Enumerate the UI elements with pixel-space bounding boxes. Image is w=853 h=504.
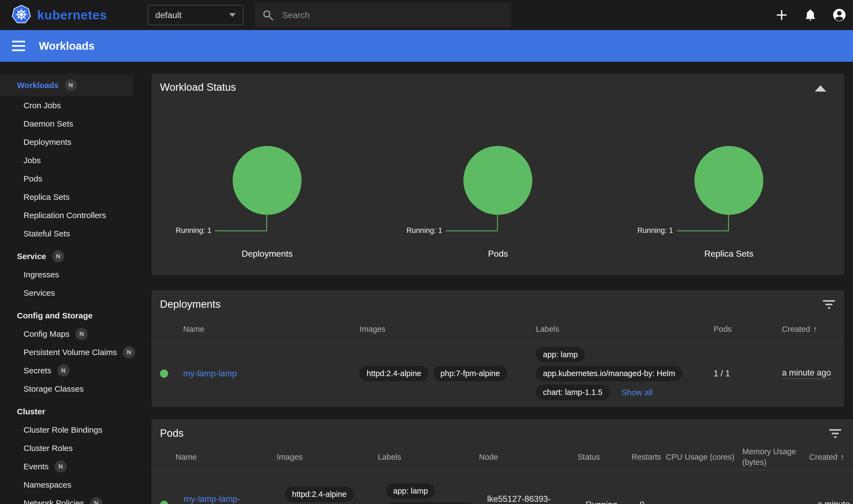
- user-avatar-icon[interactable]: [832, 8, 847, 22]
- label-chip: chart: lamp-1.1.5: [536, 384, 610, 400]
- notifications-bell-icon[interactable]: [804, 8, 817, 22]
- sidebar-item-replication-controllers[interactable]: Replication Controllers: [0, 206, 142, 224]
- sidebar-item-jobs[interactable]: Jobs: [0, 151, 142, 169]
- labels-cell: app: lamp pod-template-hash: 5fd985cf68: [386, 470, 487, 504]
- sidebar-item-cluster[interactable]: Cluster: [0, 402, 142, 421]
- sidebar-item-daemon-sets[interactable]: Daemon Sets: [0, 114, 142, 133]
- sort-up-arrow-icon: ↑: [813, 324, 817, 334]
- kubernetes-wheel-icon: [11, 4, 32, 26]
- sidebar-item-pods[interactable]: Pods: [0, 169, 142, 188]
- label-chip: app: lamp: [386, 483, 435, 499]
- created-cell: a minute ago: [817, 470, 853, 504]
- namespace-value: default: [155, 10, 181, 20]
- name-cell: my-lamp-lamp: [183, 342, 359, 404]
- pie-leader-line: Running: 1: [677, 215, 729, 231]
- sidebar-item-cron-jobs[interactable]: Cron Jobs: [0, 96, 142, 114]
- deployment-row: my-lamp-lamp httpd:2.4-alpine php:7-fpm-…: [152, 342, 844, 404]
- label-chip: app.kubernetes.io/managed-by: Helm: [536, 366, 682, 381]
- status-ok-icon: [160, 370, 168, 378]
- sidebar-item-storage-classes[interactable]: Storage Classes: [0, 380, 142, 398]
- sidebar-item-services[interactable]: Services: [0, 284, 142, 302]
- collapse-arrow-icon[interactable]: [815, 85, 826, 92]
- column-images: Images: [277, 446, 378, 468]
- namespaced-badge: N: [57, 365, 69, 377]
- namespaced-badge: N: [123, 346, 135, 358]
- sort-up-arrow-icon: ↑: [840, 452, 844, 462]
- sidebar-item-config-and-storage[interactable]: Config and Storage: [0, 306, 142, 325]
- images-cell: httpd:2.4-alpine php:7-fpm-alpine: [359, 342, 536, 404]
- deployments-table-header: Name Images Labels Pods Created ↑: [152, 316, 844, 342]
- status-cell: [160, 342, 183, 404]
- workload-status-charts: Running: 1 Deployments Running: 1 Pods R…: [152, 146, 844, 259]
- created-value: a minute ago: [782, 368, 831, 379]
- sidebar-item-secrets[interactable]: Secrets N: [0, 361, 142, 380]
- sidebar-item-namespaces[interactable]: Namespaces: [0, 475, 142, 494]
- node-cell: lke55127-86393-622f8d09399a: [487, 470, 586, 504]
- pod-link[interactable]: my-lamp-lamp-5fd985cf68-jwvz4: [184, 493, 285, 504]
- label-chip: pod-template-hash: 5fd985cf68: [386, 502, 476, 504]
- sidebar: Workloads N Cron Jobs Daemon Sets Deploy…: [0, 62, 142, 504]
- label-chip: app: lamp: [536, 347, 585, 362]
- search-icon: [262, 9, 274, 21]
- page-title: Workloads: [39, 40, 94, 52]
- sidebar-item-cluster-roles[interactable]: Cluster Roles: [0, 439, 142, 457]
- labels-cell: app: lamp app.kubernetes.io/managed-by: …: [536, 342, 714, 404]
- sidebar-item-cluster-role-bindings[interactable]: Cluster Role Bindings: [0, 421, 142, 439]
- deployments-pie-chart: Running: 1 Deployments: [152, 146, 383, 259]
- brand-text: kubernetes: [37, 8, 107, 22]
- pie-legend: Running: 1: [637, 226, 673, 235]
- column-name: Name: [183, 316, 359, 342]
- sidebar-item-service[interactable]: Service N: [0, 247, 142, 265]
- toolbar: Workloads: [0, 30, 853, 62]
- status-cell: [160, 470, 184, 504]
- pie-legend: Running: 1: [176, 226, 212, 235]
- namespace-selector[interactable]: default: [148, 5, 243, 25]
- sidebar-item-persistent-volume-claims[interactable]: Persistent Volume Claims N: [0, 343, 142, 361]
- kubernetes-logo[interactable]: kubernetes: [11, 4, 139, 26]
- image-chip: httpd:2.4-alpine: [359, 366, 428, 381]
- namespaced-badge: N: [75, 328, 88, 340]
- sidebar-item-deployments[interactable]: Deployments: [0, 133, 142, 151]
- sidebar-item-config-maps[interactable]: Config Maps N: [0, 325, 142, 343]
- column-labels: Labels: [536, 316, 714, 342]
- column-name: Name: [176, 446, 277, 468]
- show-all-link[interactable]: Show all: [622, 388, 653, 397]
- sidebar-item-network-policies[interactable]: Network Policies N: [0, 494, 142, 504]
- chart-caption: Deployments: [242, 249, 293, 259]
- pie-running-segment: [463, 146, 532, 215]
- replica-sets-pie-chart: Running: 1 Replica Sets: [614, 146, 844, 259]
- sidebar-item-events[interactable]: Events N: [0, 457, 142, 475]
- search-input[interactable]: [282, 10, 503, 20]
- column-images: Images: [359, 316, 536, 342]
- namespaced-badge: N: [52, 250, 64, 263]
- filter-icon[interactable]: [829, 429, 841, 438]
- column-created-sort[interactable]: Created ↑: [809, 446, 853, 468]
- image-chip: httpd:2.4-alpine: [285, 486, 354, 502]
- search-bar: [254, 3, 511, 27]
- column-node: Node: [479, 446, 577, 468]
- namespaced-badge: N: [90, 497, 102, 504]
- column-created-sort[interactable]: Created ↑: [782, 316, 844, 342]
- sidebar-item-workloads[interactable]: Workloads N: [0, 74, 134, 96]
- chart-caption: Replica Sets: [704, 249, 753, 259]
- created-cell: a minute ago: [782, 342, 844, 404]
- deployments-title: Deployments: [160, 299, 220, 310]
- created-value: a minute ago: [817, 499, 853, 504]
- menu-hamburger-icon[interactable]: [12, 41, 25, 51]
- sidebar-item-replica-sets[interactable]: Replica Sets: [0, 188, 142, 206]
- column-pods: Pods: [714, 316, 782, 342]
- column-memory-usage: Memory Usage (bytes): [742, 446, 809, 468]
- restarts-cell: 0: [640, 470, 674, 504]
- pods-table-header: Name Images Labels Node Status Restarts …: [152, 444, 853, 470]
- create-plus-icon[interactable]: [775, 8, 788, 22]
- pods-pie-chart: Running: 1 Pods: [383, 146, 613, 259]
- pods-cell: 1 / 1: [714, 342, 782, 404]
- deployment-link[interactable]: my-lamp-lamp: [183, 369, 237, 379]
- column-status: [152, 446, 176, 468]
- header-actions: [775, 8, 847, 22]
- sidebar-item-stateful-sets[interactable]: Stateful Sets: [0, 224, 142, 243]
- sidebar-item-ingresses[interactable]: Ingresses: [0, 265, 142, 284]
- filter-icon[interactable]: [823, 300, 835, 309]
- pods-card: Pods Name Images Labels Node Status Rest…: [152, 419, 853, 504]
- name-cell: my-lamp-lamp-5fd985cf68-jwvz4: [184, 470, 285, 504]
